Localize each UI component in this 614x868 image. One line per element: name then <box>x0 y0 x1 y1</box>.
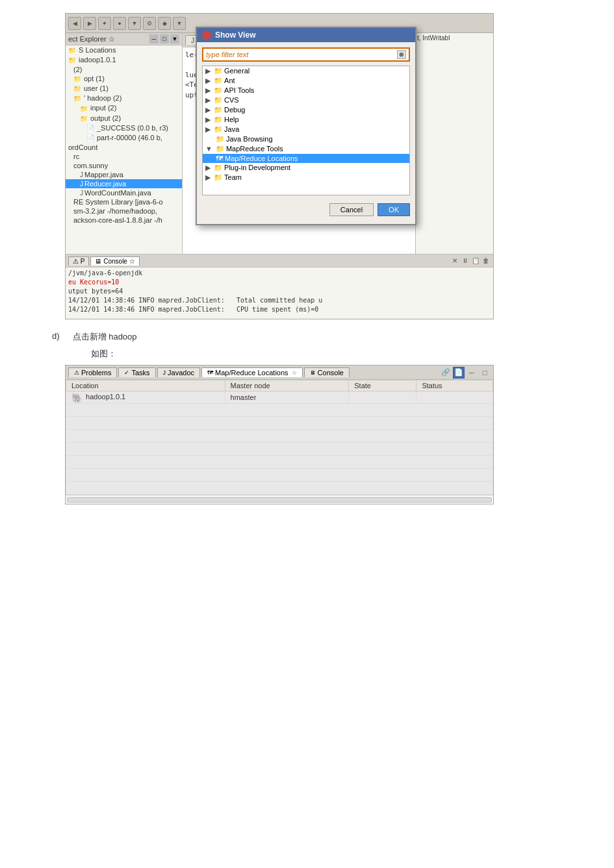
tree-item-s-locations[interactable]: 📁S Locations <box>66 45 182 55</box>
console-line-5: 14/12/01 14:38:46 INFO mapred.JobClient:… <box>68 305 491 314</box>
tab-problems[interactable]: ⚠ Problems <box>68 367 117 377</box>
tab-console[interactable]: 🖥 Console <box>304 367 350 377</box>
step-letter: d) <box>52 331 60 343</box>
list-item-ant[interactable]: ▶ 📁Ant <box>203 76 409 86</box>
list-item-apitools[interactable]: ▶ 📁API Tools <box>203 86 409 95</box>
table-row-empty-3 <box>66 430 493 443</box>
tree-item-hadoop[interactable]: 📁iadoop1.0.1 <box>66 55 182 65</box>
list-item-cvs[interactable]: ▶ 📁CVS <box>203 95 409 105</box>
folder-icon: 📁 <box>80 105 89 113</box>
right-panel-content: t, IntWritabl <box>417 34 492 42</box>
tree-item-relib[interactable]: RE System Library [java-6-o <box>66 197 182 206</box>
eclipse-screenshot-bottom: ⚠ Problems ✓ Tasks J Javadoc 🗺 Map/Reduc… <box>65 365 494 504</box>
folder-icon: 📁 <box>214 86 223 94</box>
table-row-empty-5 <box>66 456 493 469</box>
minimize-btn[interactable]: ─ <box>149 34 159 43</box>
list-item-java[interactable]: ▶ 📁Java <box>203 125 409 134</box>
console-tab-label: Console <box>318 369 344 377</box>
cancel-button[interactable]: Cancel <box>329 203 374 216</box>
eclipse-screenshot-top: ◀ ▶ ✦ ● ▼ ⚙ ◆ ▼ ect Explorer ☆ ─ □ ▼ <box>65 13 494 319</box>
java-file-icon-3: J <box>80 190 83 197</box>
toolbar-btn-1[interactable]: ◀ <box>68 17 81 30</box>
tree-item-reducer[interactable]: JReducer.java <box>66 179 182 188</box>
tree-item-rc[interactable]: rc <box>66 152 182 161</box>
folder-icon: 📁 <box>68 47 77 55</box>
filter-input-text[interactable]: type filter text <box>206 51 248 58</box>
toolbar-btn-4[interactable]: ● <box>113 17 126 30</box>
tree-item-success[interactable]: 📄_SUCCESS (0.0 b, r3) <box>66 123 182 133</box>
toolbar-btn-5[interactable]: ▼ <box>128 17 141 30</box>
tree-item-output[interactable]: 📁output (2) <box>66 114 182 123</box>
icon-new-highlighted[interactable]: 📄 <box>453 367 465 378</box>
file-icon: 📄 <box>86 134 96 142</box>
tree-item-sm-jar[interactable]: sm-3.2.jar -/home/hadoop, <box>66 206 182 216</box>
folder-icon: 📁 <box>214 77 223 84</box>
tree-item-part[interactable]: 📄part-r-00000 (46.0 b, <box>66 133 182 143</box>
folder-icon: 📁 <box>214 164 223 171</box>
java-icon: J <box>191 37 194 44</box>
problems-tab-icon: ⚠ <box>74 369 79 376</box>
expand-arrow: ▼ <box>205 145 212 153</box>
table-row-empty-4 <box>66 443 493 456</box>
problems-icon: ⚠ <box>73 258 79 265</box>
cell-state <box>349 391 416 404</box>
console-icon-sym: 🖥 <box>95 258 101 265</box>
list-item-map-reduce-locations[interactable]: 🗺Map/Reduce Locations <box>203 154 409 163</box>
project-explorer-header: ect Explorer ☆ ─ □ ▼ <box>66 33 182 45</box>
list-item-mapreduce-tools[interactable]: ▼ 📁MapReduce Tools <box>203 144 409 154</box>
right-panel: t, IntWritabl <box>415 33 493 254</box>
maximize-btn[interactable]: □ <box>160 34 169 43</box>
tree-item-wordcount[interactable]: ordCount <box>66 143 182 152</box>
icon-maximize[interactable]: □ <box>479 367 491 378</box>
icon-link[interactable]: 🔗 <box>440 367 452 378</box>
tree-item-input[interactable]: 📁input (2) <box>66 103 182 113</box>
console-action-icons: ✕ ⏸ 📋 🗑 <box>450 256 491 266</box>
toolbar-btn-8[interactable]: ▼ <box>173 17 186 30</box>
filter-clear-button[interactable]: ⊗ <box>397 50 406 59</box>
tab-mapreduce-locations[interactable]: 🗺 Map/Reduce Locations ☆ <box>201 367 303 377</box>
col-location: Location <box>66 380 225 391</box>
list-item-debug[interactable]: ▶ 📁Debug <box>203 105 409 115</box>
tab-javadoc[interactable]: J Javadoc <box>157 367 200 377</box>
dialog-title: Show View <box>215 31 255 40</box>
tree-item-user[interactable]: 📁user (1) <box>66 84 182 93</box>
table-row[interactable]: 🐘 hadoop1.0.1 hmaster <box>66 391 493 404</box>
list-item-general[interactable]: ▶ 📁General <box>203 66 409 76</box>
mapreduce-tab-label: Map/Reduce Locations <box>215 369 288 377</box>
console-icon-clear[interactable]: 🗑 <box>481 256 491 266</box>
console-tab-main[interactable]: 🖥 Console ☆ <box>90 256 139 266</box>
close-btn[interactable]: ▼ <box>170 34 179 43</box>
filter-input-container: type filter text ⊗ <box>202 47 410 62</box>
tree-item-jackson-jar[interactable]: ackson-core-asl-1.8.8.jar -/h <box>66 216 182 225</box>
list-item-java-browsing[interactable]: 📁Java Browsing <box>203 134 409 144</box>
toolbar-btn-3[interactable]: ✦ <box>98 17 111 30</box>
list-item-plugin-dev[interactable]: ▶ 📁Plug-in Development <box>203 163 409 173</box>
tree-item-comsunny[interactable]: com.sunny <box>66 161 182 170</box>
tree-item-opt[interactable]: 📁opt (1) <box>66 74 182 84</box>
tree-item-hadoop2[interactable]: 📁' hadoop (2) <box>66 93 182 103</box>
toolbar-btn-7[interactable]: ◆ <box>158 17 171 30</box>
expand-arrow: ▶ <box>205 67 211 75</box>
toolbar-btn-6[interactable]: ⚙ <box>143 17 156 30</box>
console-tab-problems[interactable]: ⚠ P <box>68 256 89 266</box>
show-view-tree-list[interactable]: ▶ 📁General ▶ 📁Ant ▶ 📁API Tools ▶ 📁CVS <box>202 66 410 195</box>
toolbar-btn-2[interactable]: ▶ <box>83 17 96 30</box>
horizontal-scrollbar[interactable] <box>67 497 492 502</box>
step-subtext: 如图： <box>91 348 588 360</box>
expand-arrow: ▶ <box>205 173 211 182</box>
console-icon-stop[interactable]: ✕ <box>450 256 459 266</box>
tab-tasks[interactable]: ✓ Tasks <box>118 367 155 377</box>
tree-item-wordcountmain[interactable]: JWordCountMain.java <box>66 188 182 197</box>
console-icon-pause[interactable]: ⏸ <box>461 256 470 266</box>
mapreduce-locations-table: Location Master node State Status 🐘 hado… <box>66 380 493 495</box>
list-item-help[interactable]: ▶ 📁Help <box>203 115 409 125</box>
expand-arrow: ▶ <box>205 116 211 124</box>
list-item-team[interactable]: ▶ 📁Team <box>203 173 409 182</box>
console-content: /jvm/java-6-openjdk eu Kecorus=10 utput … <box>66 267 493 316</box>
icon-minimize[interactable]: ─ <box>466 367 478 378</box>
console-icon-copy[interactable]: 📋 <box>471 256 480 266</box>
ok-button[interactable]: OK <box>377 203 410 216</box>
scrollbar-area <box>66 495 493 504</box>
tree-item-mapper[interactable]: JMapper.java <box>66 170 182 179</box>
tree-item-2[interactable]: (2) <box>66 65 182 74</box>
